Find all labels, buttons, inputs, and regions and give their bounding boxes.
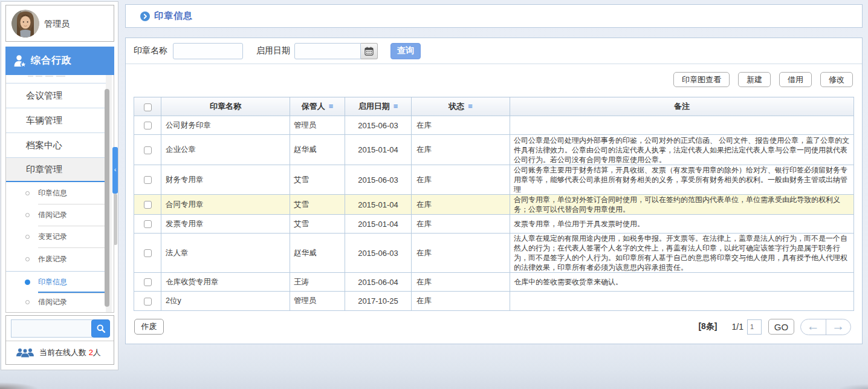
checkbox-cell (134, 273, 161, 292)
menu-items: 会议管理 车辆管理 档案中心 印章管理 (6, 83, 106, 182)
checkbox-cell (134, 292, 161, 311)
seal-name-cell: 财务专用章 (161, 165, 290, 195)
date-cell: 2015-01-04 (345, 135, 412, 165)
row-checkbox[interactable] (144, 176, 152, 184)
user-card: 管理员 (5, 5, 114, 42)
sidebar-item-archive-center[interactable]: 档案中心 (6, 132, 106, 157)
公司财务印章[interactable]: 公司财务印章 管理员 2015-06-03 在库 (134, 116, 854, 135)
sidebar-item-seal-management[interactable]: 印章管理 (6, 157, 106, 182)
outer-scrollbar-thumb[interactable] (114, 194, 117, 245)
row-checkbox[interactable] (144, 122, 152, 129)
sidebar-search-input[interactable] (11, 319, 92, 338)
row-checkbox[interactable] (144, 298, 152, 306)
borrow-button[interactable]: 借用 (779, 72, 812, 87)
seal-name-cell: 公司财务印章 (161, 116, 290, 135)
menu-list: 会议管理 车辆管理 档案中心 印章管理 印章信息 借阅记录 变更记 (6, 75, 106, 312)
go-button[interactable]: GO (768, 319, 794, 335)
status-cell: 在库 (412, 165, 510, 195)
财务专用章[interactable]: 财务专用章 艾雪 2015-06-03 在库 公司账务章主要用于财务结算，开具收… (134, 165, 854, 195)
header-seal-name: 印章名称 (161, 97, 290, 116)
sidebar-item-meeting-management[interactable]: 会议管理 (6, 83, 106, 108)
modify-button[interactable]: 修改 (820, 72, 853, 87)
sidebar-subitem-borrow-records-2[interactable]: 借阅记录 (6, 293, 106, 312)
module-header[interactable]: 综合行政 (5, 47, 114, 75)
keeper-cell: 赵华威 (290, 135, 345, 165)
remark-cell: 公司公章是公司处理内外部事务的印鉴，公司对外的正式信函、 公司文件、报告使用公章… (510, 135, 854, 165)
2位y[interactable]: 2位y 管理员 2017-10-25 在库 (134, 292, 854, 311)
keeper-cell: 赵华威 (290, 234, 345, 273)
pager-arrows: ← → (800, 319, 851, 335)
sort-icon[interactable]: ≡ (329, 102, 334, 111)
avatar (11, 10, 39, 38)
create-button[interactable]: 新建 (738, 72, 771, 87)
enable-date-input[interactable] (294, 43, 361, 59)
total-count: [8条] (698, 321, 717, 332)
enable-date-label: 启用日期 (256, 45, 290, 56)
right-arrow-icon: → (832, 319, 844, 333)
sidebar-item-vehicle-management[interactable]: 车辆管理 (6, 108, 106, 132)
header-enable-date[interactable]: 启用日期≡ (345, 97, 412, 116)
checkbox-cell (134, 165, 161, 195)
seal-name-input[interactable] (173, 43, 243, 59)
row-checkbox[interactable] (144, 249, 152, 257)
seal-name-label: 印章名称 (134, 45, 167, 56)
online-users-icon (16, 348, 34, 358)
sidebar-scrollbar-track[interactable] (106, 75, 112, 312)
sidebar-subitem-seal-info[interactable]: 印章信息 (6, 182, 106, 204)
sort-icon[interactable]: ≡ (394, 102, 398, 111)
keeper-cell: 管理员 (290, 116, 345, 135)
row-checkbox[interactable] (144, 146, 152, 154)
invalidate-button[interactable]: 作废 (134, 319, 164, 335)
remark-cell: 公司账务章主要用于财务结算，开具收据、发票（有发票专用章的除外）给对方、银行印签… (510, 165, 854, 195)
seal-name-cell: 发票专用章 (161, 215, 290, 234)
header-status[interactable]: 状态≡ (412, 97, 510, 116)
sidebar-search-button[interactable] (91, 319, 110, 338)
radio-bullet-icon (25, 300, 30, 304)
sidebar-scrollbar-thumb[interactable] (105, 89, 109, 307)
date-cell: 2015-01-04 (345, 215, 412, 234)
发票专用章[interactable]: 发票专用章 艾雪 2015-01-04 在库 发票专用章，单位用于开具发票时使用… (134, 215, 854, 234)
date-cell: 2017-10-25 (345, 292, 412, 311)
企业公章[interactable]: 企业公章 赵华威 2015-01-04 在库 公司公章是公司处理内外部事务的印鉴… (134, 135, 854, 165)
table-body: 公司财务印章 管理员 2015-06-03 在库 企业公章 赵华威 2015-0… (134, 116, 854, 311)
calendar-button[interactable] (361, 43, 378, 59)
remark-cell (510, 116, 854, 135)
sidebar-subitem-borrow-records[interactable]: 借阅记录 (6, 204, 106, 226)
page-number-input[interactable] (747, 319, 762, 335)
keeper-cell: 王涛 (290, 273, 345, 292)
sort-icon[interactable]: ≡ (468, 102, 473, 111)
prev-page-button[interactable]: ← (801, 319, 826, 335)
table-header-row: 印章名称 保管人≡ 启用日期≡ 状态≡ 备注 (134, 97, 854, 116)
sidebar-collapse-handle[interactable]: ‹ (112, 147, 118, 194)
row-checkbox[interactable] (144, 201, 152, 209)
sidebar-subitem-change-records[interactable]: 变更记录 (6, 226, 106, 247)
query-button[interactable]: 查询 (390, 43, 421, 59)
content-panel: 印章名称 启用日期 (125, 38, 863, 344)
status-cell: 在库 (412, 273, 510, 292)
calendar-icon (364, 47, 374, 56)
seal-image-view-button[interactable]: 印章图查看 (673, 72, 730, 87)
status-cell: 在库 (412, 195, 510, 215)
sidebar-subitem-seal-info-active[interactable]: 印章信息 (6, 271, 106, 293)
left-arrow-icon: ← (807, 319, 820, 333)
seal-name-cell: 仓库收货专用章 (161, 273, 290, 292)
seal-name-cell: 合同专用章 (161, 195, 290, 215)
合同专用章[interactable]: 合同专用章 艾雪 2015-01-04 在库 合同专用章，单位对外签订合同时使用… (134, 195, 854, 215)
keeper-cell: 艾雪 (290, 215, 345, 234)
page-title: 印章信息 (154, 10, 193, 22)
date-input-group (294, 43, 378, 59)
法人章[interactable]: 法人章 赵华威 2015-06-03 在库 法人章在规定的有限用途内使用，如税务… (134, 234, 854, 273)
header-keeper[interactable]: 保管人≡ (290, 97, 345, 116)
仓库收货专用章[interactable]: 仓库收货专用章 王涛 2015-06-04 在库 仓库中的签收需要收货章来确认。 (134, 273, 854, 292)
row-checkbox[interactable] (144, 278, 152, 286)
sidebar-subitem-invalidation-records[interactable]: 作废记录 (6, 247, 106, 271)
row-checkbox[interactable] (144, 220, 152, 228)
keeper-cell: 艾雪 (290, 165, 345, 195)
date-cell: 2015-06-03 (345, 234, 412, 273)
select-all-checkbox[interactable] (144, 103, 152, 111)
remark-cell (510, 292, 854, 311)
sidebar-bottom-card: 当前在线人数 2人 (5, 315, 114, 365)
footer-bar: 作废 [8条] 1/1 GO ← → (126, 318, 862, 335)
checkbox-cell (134, 215, 161, 234)
next-page-button[interactable]: → (826, 319, 851, 335)
